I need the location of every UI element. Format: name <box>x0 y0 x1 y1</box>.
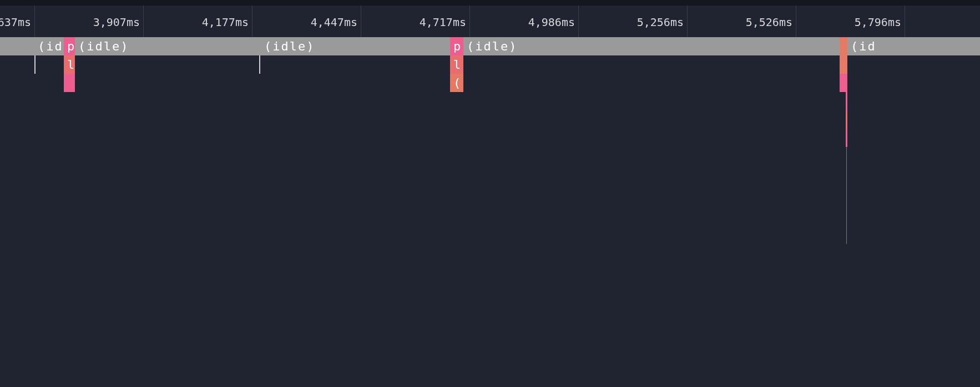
flame-frame[interactable] <box>840 37 847 55</box>
flame-frame[interactable]: l <box>450 55 463 74</box>
flame-frame[interactable] <box>846 129 847 147</box>
flame-frame[interactable] <box>846 110 847 129</box>
flame-frame[interactable] <box>846 92 847 110</box>
flame-frame[interactable]: (idle) <box>463 37 840 55</box>
frame-marker <box>259 55 260 74</box>
flame-frame[interactable]: (idle) <box>261 37 450 55</box>
flame-frame[interactable]: (id <box>34 37 64 55</box>
flame-frame[interactable] <box>840 55 847 74</box>
stack-tail <box>846 147 847 244</box>
flame-frame[interactable]: p <box>450 37 463 55</box>
flame-frame[interactable]: ( <box>450 74 463 92</box>
frame-marker <box>34 55 36 74</box>
flame-frame[interactable]: (id <box>847 37 980 55</box>
flame-frame[interactable] <box>64 74 75 92</box>
flame-graph[interactable]: (idp(idle)(idle)p(idle)(idll( <box>0 0 980 387</box>
flame-frame[interactable]: p <box>64 37 75 55</box>
flame-frame[interactable]: l <box>64 55 75 74</box>
flame-frame[interactable] <box>840 74 847 92</box>
